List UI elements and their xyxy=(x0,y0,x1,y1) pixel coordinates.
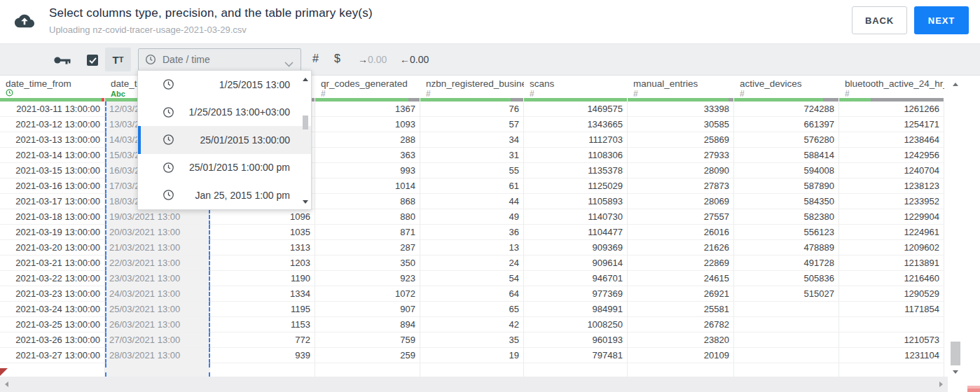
cell: 1140730 xyxy=(524,209,628,225)
cell: 20/03/2021 13:00 xyxy=(105,225,210,240)
cell: 23820 xyxy=(628,332,734,348)
column-type-select[interactable]: Date / time xyxy=(138,48,301,71)
empty-cell xyxy=(628,363,734,377)
column-type-label: # xyxy=(628,89,734,98)
decimal-increase-icon[interactable]: →0.00 xyxy=(358,54,387,65)
cell: 2021-03-24 13:00:00 xyxy=(0,302,105,317)
vertical-scroll-thumb[interactable] xyxy=(951,342,960,365)
checkbox-checked-icon[interactable] xyxy=(87,55,98,66)
horizontal-scrollbar[interactable] xyxy=(0,377,948,392)
date-format-option[interactable]: 1/25/2015 13:00 xyxy=(138,71,311,99)
page-title: Select columns type, precision, and the … xyxy=(49,6,373,20)
date-format-option[interactable]: 25/01/2015 1:00:00 pm xyxy=(138,154,311,182)
vertical-scrollbar[interactable] xyxy=(948,76,963,378)
date-format-option[interactable]: Jan 25, 2015 1:00 pm xyxy=(138,181,311,209)
cell: 24/03/2021 13:00 xyxy=(105,286,210,302)
cell: 960193 xyxy=(524,332,628,348)
scroll-right-icon[interactable] xyxy=(939,382,943,387)
cell: 44 xyxy=(420,194,524,209)
column-header[interactable]: active_devices# xyxy=(734,76,839,98)
decimal-decrease-icon[interactable]: ←0.00 xyxy=(400,54,429,65)
cell: 759 xyxy=(315,332,420,348)
primary-key-icon[interactable] xyxy=(54,55,71,69)
column-header[interactable]: manual_entries# xyxy=(628,76,734,98)
cell: 25581 xyxy=(628,302,734,317)
column-header[interactable]: nzbn_registered_busine# xyxy=(420,76,524,98)
currency-type-icon[interactable]: $ xyxy=(334,52,340,65)
scroll-left-icon[interactable] xyxy=(5,382,8,387)
cell xyxy=(734,332,839,348)
dropdown-scroll-thumb[interactable] xyxy=(303,115,308,130)
cell: 61 xyxy=(420,178,524,194)
cell: 1209602 xyxy=(839,240,944,255)
cell: 288 xyxy=(315,132,420,148)
dropdown-scroll-up-icon[interactable] xyxy=(303,78,308,81)
cell: 1035 xyxy=(210,225,315,240)
next-button[interactable]: NEXT xyxy=(914,6,969,34)
cell: 76 xyxy=(420,102,524,117)
cell: 1096 xyxy=(210,209,315,225)
date-format-option-label: Jan 25, 2015 1:00 pm xyxy=(174,190,290,201)
cell: 1108306 xyxy=(524,148,628,163)
cell: 55 xyxy=(420,163,524,178)
cell: 26782 xyxy=(628,317,734,332)
cell xyxy=(839,317,944,332)
cell xyxy=(734,348,839,363)
cell: 65 xyxy=(420,302,524,317)
cell: 2021-03-11 13:00:00 xyxy=(0,102,105,117)
column-header[interactable]: scans# xyxy=(524,76,628,98)
dropdown-scroll-down-icon[interactable] xyxy=(303,200,308,204)
cell: 1112703 xyxy=(524,132,628,148)
cell: 2021-03-21 13:00:00 xyxy=(0,255,105,271)
column-name: bluetooth_active_24_hr_ xyxy=(839,76,944,89)
cell: 880 xyxy=(315,209,420,225)
cell: 19/03/2021 13:00 xyxy=(105,209,210,225)
top-bar: Select columns type, precision, and the … xyxy=(0,0,980,43)
cell: 1008250 xyxy=(524,317,628,332)
cell: 28/03/2021 13:00 xyxy=(105,348,210,363)
cell: 1233952 xyxy=(839,194,944,209)
cell: 259 xyxy=(315,348,420,363)
cell: 491728 xyxy=(734,255,839,271)
cell: 19 xyxy=(420,348,524,363)
row-overflow-marker xyxy=(0,368,8,376)
cell: 515027 xyxy=(734,286,839,302)
cell: 31 xyxy=(420,148,524,163)
text-type-label-large: T xyxy=(113,54,119,66)
column-header[interactable]: date_time_from xyxy=(0,76,105,98)
scroll-up-icon[interactable] xyxy=(953,83,958,86)
cell: 1210573 xyxy=(839,332,944,348)
date-format-option[interactable]: 1/25/2015 13:00+03:00 xyxy=(138,99,311,127)
cell: 977369 xyxy=(524,286,628,302)
empty-cell xyxy=(420,363,524,377)
cell: 1224961 xyxy=(839,225,944,240)
cell: 1343665 xyxy=(524,117,628,132)
cell: 2021-03-16 13:00:00 xyxy=(0,178,105,194)
back-button[interactable]: BACK xyxy=(852,6,907,34)
dropdown-scrollbar[interactable] xyxy=(301,71,310,209)
clock-icon xyxy=(163,162,174,174)
cell: 26/03/2021 13:00 xyxy=(105,317,210,332)
upload-cloud-icon xyxy=(15,11,34,31)
column-header[interactable]: bluetooth_active_24_hr_# xyxy=(839,76,944,98)
cell: 1190 xyxy=(210,271,315,286)
cell: 2021-03-20 13:00:00 xyxy=(0,240,105,255)
number-type-icon[interactable]: # xyxy=(312,52,319,65)
cell: 1171854 xyxy=(839,302,944,317)
cell: 42 xyxy=(420,317,524,332)
cell: 1334 xyxy=(210,286,315,302)
cell: 939 xyxy=(210,348,315,363)
chevron-down-icon xyxy=(284,57,294,70)
date-format-option[interactable]: 25/01/2015 13:00:00 xyxy=(138,126,311,154)
cell: 909614 xyxy=(524,255,628,271)
cell: 22869 xyxy=(628,255,734,271)
column-type-label: # xyxy=(420,89,524,98)
column-header[interactable]: qr_codes_generated# xyxy=(315,76,420,98)
upload-status: Uploading nz-covid-tracer-usage-2021-03-… xyxy=(49,24,247,35)
cell: 1014 xyxy=(315,178,420,194)
cell: 20109 xyxy=(628,348,734,363)
scroll-down-icon[interactable] xyxy=(953,370,958,374)
cell: 478889 xyxy=(734,240,839,255)
cell: 907 xyxy=(315,302,420,317)
text-type-icon[interactable]: TT xyxy=(105,48,131,71)
